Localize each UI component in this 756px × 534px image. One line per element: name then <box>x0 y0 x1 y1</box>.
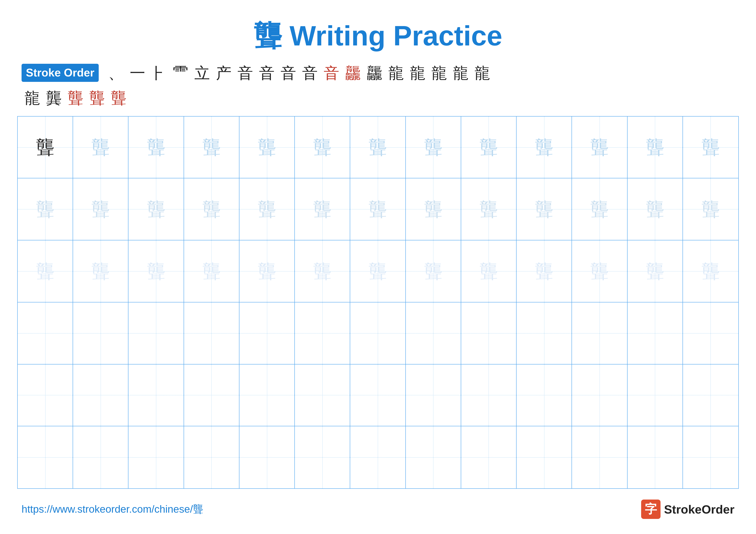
cell-2-7[interactable]: 聾 <box>350 178 406 240</box>
cell-3-8[interactable]: 聾 <box>406 241 461 302</box>
cell-3-13[interactable]: 聾 <box>683 241 738 302</box>
cell-5-12[interactable] <box>628 365 683 426</box>
cell-1-8[interactable]: 聾 <box>406 116 461 178</box>
cell-6-4[interactable] <box>184 426 239 488</box>
cell-4-12[interactable] <box>628 302 683 364</box>
cell-6-11[interactable] <box>572 426 627 488</box>
cell-1-2[interactable]: 聾 <box>73 116 128 178</box>
cell-1-4[interactable]: 聾 <box>184 116 239 178</box>
cell-2-8[interactable]: 聾 <box>406 178 461 240</box>
cell-3-2[interactable]: 聾 <box>73 241 128 302</box>
cell-6-13[interactable] <box>683 426 738 488</box>
cell-1-13[interactable]: 聾 <box>683 116 738 178</box>
char-guide: 聾 <box>368 200 387 218</box>
cell-5-4[interactable] <box>184 365 239 426</box>
cell-2-2[interactable]: 聾 <box>73 178 128 240</box>
cell-1-1[interactable]: 聾 <box>18 116 73 178</box>
cell-4-4[interactable] <box>184 302 239 364</box>
char-guide: 聾 <box>258 200 276 218</box>
cell-1-5[interactable]: 聾 <box>239 116 295 178</box>
char-guide: 聾 <box>92 138 110 156</box>
cell-2-5[interactable]: 聾 <box>239 178 295 240</box>
cell-2-1[interactable]: 聾 <box>18 178 73 240</box>
cell-2-9[interactable]: 聾 <box>461 178 517 240</box>
stroke-11: 音 <box>321 64 342 82</box>
cell-5-8[interactable] <box>406 365 461 426</box>
cell-3-7[interactable]: 聾 <box>350 241 406 302</box>
cell-6-12[interactable] <box>628 426 683 488</box>
cell-3-4[interactable]: 聾 <box>184 241 239 302</box>
cell-5-3[interactable] <box>128 365 184 426</box>
char-guide: 聾 <box>92 200 110 218</box>
page: 聾 Writing Practice Stroke Order 、 一 ⺊ ⻗ … <box>0 0 756 534</box>
cell-2-4[interactable]: 聾 <box>184 178 239 240</box>
cell-6-10[interactable] <box>517 426 572 488</box>
stroke-6: 产 <box>213 64 234 82</box>
cell-4-1[interactable] <box>18 302 73 364</box>
cell-4-11[interactable] <box>572 302 627 364</box>
cell-3-10[interactable]: 聾 <box>517 241 572 302</box>
cell-5-9[interactable] <box>461 365 517 426</box>
char-guide: 聾 <box>147 262 165 280</box>
cell-2-11[interactable]: 聾 <box>572 178 627 240</box>
cell-4-6[interactable] <box>295 302 350 364</box>
cell-6-5[interactable] <box>239 426 295 488</box>
cell-4-9[interactable] <box>461 302 517 364</box>
cell-6-8[interactable] <box>406 426 461 488</box>
cell-6-2[interactable] <box>73 426 128 488</box>
char-guide: 聾 <box>590 200 608 218</box>
cell-5-6[interactable] <box>295 365 350 426</box>
char-guide: 聾 <box>535 138 553 156</box>
cell-2-3[interactable]: 聾 <box>128 178 184 240</box>
cell-4-13[interactable] <box>683 302 738 364</box>
cell-1-7[interactable]: 聾 <box>350 116 406 178</box>
cell-5-10[interactable] <box>517 365 572 426</box>
cell-4-5[interactable] <box>239 302 295 364</box>
stroke-sequence-row1: 、 一 ⺊ ⻗ 立 产 音 音 音 音 音 龘 龘 龍 龍 龍 龍 龍 <box>105 64 493 82</box>
grid-row-4 <box>18 302 738 365</box>
cell-3-12[interactable]: 聾 <box>628 241 683 302</box>
char-guide: 聾 <box>424 138 443 156</box>
cell-5-2[interactable] <box>73 365 128 426</box>
cell-5-5[interactable] <box>239 365 295 426</box>
cell-1-3[interactable]: 聾 <box>128 116 184 178</box>
cell-6-1[interactable] <box>18 426 73 488</box>
cell-3-3[interactable]: 聾 <box>128 241 184 302</box>
cell-1-11[interactable]: 聾 <box>572 116 627 178</box>
cell-3-11[interactable]: 聾 <box>572 241 627 302</box>
cell-3-9[interactable]: 聾 <box>461 241 517 302</box>
cell-6-9[interactable] <box>461 426 517 488</box>
cell-4-3[interactable] <box>128 302 184 364</box>
cell-2-10[interactable]: 聾 <box>517 178 572 240</box>
cell-5-13[interactable] <box>683 365 738 426</box>
cell-4-2[interactable] <box>73 302 128 364</box>
stroke-16: 龍 <box>428 64 450 82</box>
cell-2-12[interactable]: 聾 <box>628 178 683 240</box>
logo-text: StrokeOrder <box>664 502 735 516</box>
title-chinese: 聾 <box>254 20 282 51</box>
cell-5-1[interactable] <box>18 365 73 426</box>
cell-3-5[interactable]: 聾 <box>239 241 295 302</box>
cell-2-6[interactable]: 聾 <box>295 178 350 240</box>
cell-4-10[interactable] <box>517 302 572 364</box>
cell-5-7[interactable] <box>350 365 406 426</box>
cell-2-13[interactable]: 聾 <box>683 178 738 240</box>
cell-6-3[interactable] <box>128 426 184 488</box>
cell-1-9[interactable]: 聾 <box>461 116 517 178</box>
cell-1-6[interactable]: 聾 <box>295 116 350 178</box>
cell-6-6[interactable] <box>295 426 350 488</box>
cell-5-11[interactable] <box>572 365 627 426</box>
cell-4-8[interactable] <box>406 302 461 364</box>
char-guide: 聾 <box>147 200 165 218</box>
cell-1-12[interactable]: 聾 <box>628 116 683 178</box>
char-guide: 聾 <box>313 262 332 280</box>
footer-url[interactable]: https://www.strokeorder.com/chinese/聾 <box>21 502 203 516</box>
char-guide: 聾 <box>36 200 54 218</box>
cell-1-10[interactable]: 聾 <box>517 116 572 178</box>
cell-3-6[interactable]: 聾 <box>295 241 350 302</box>
practice-grid: 聾 聾 聾 聾 聾 聾 聾 聾 聾 <box>17 116 739 489</box>
cell-3-1[interactable]: 聾 <box>18 241 73 302</box>
cell-4-7[interactable] <box>350 302 406 364</box>
stroke-1: 、 <box>105 64 127 82</box>
cell-6-7[interactable] <box>350 426 406 488</box>
